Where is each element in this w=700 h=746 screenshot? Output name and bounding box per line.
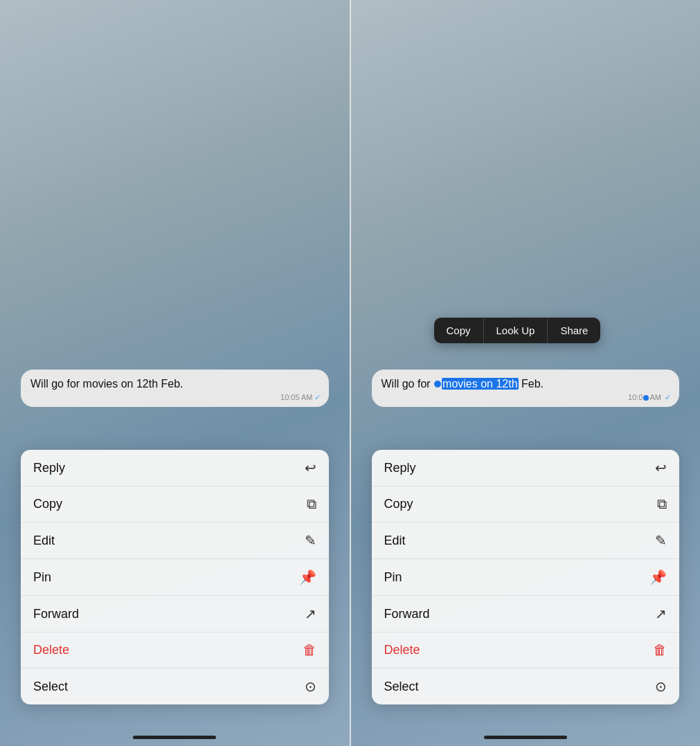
right-copy-label: Copy [384, 497, 413, 511]
text-select-popup: Copy Look Up Share [434, 318, 601, 343]
right-select-icon: ⊙ [655, 678, 667, 695]
left-home-indicator [133, 736, 216, 739]
left-forward-label: Forward [33, 607, 79, 621]
right-menu-forward[interactable]: Forward ↗ [372, 596, 680, 633]
popup-copy-btn[interactable]: Copy [434, 318, 484, 343]
left-menu-copy[interactable]: Copy ⧉ [21, 486, 329, 522]
left-context-menu: Reply ↩ Copy ⧉ Edit ✎ Pin 📌 Forward ↗ De… [21, 450, 329, 704]
right-edit-icon: ✎ [655, 532, 667, 549]
right-menu-edit[interactable]: Edit ✎ [372, 522, 680, 559]
right-reply-label: Reply [384, 461, 416, 475]
left-edit-label: Edit [33, 534, 55, 548]
right-delete-label: Delete [384, 643, 420, 657]
edit-icon: ✎ [305, 532, 316, 549]
right-pin-label: Pin [384, 570, 402, 585]
left-menu-pin[interactable]: Pin 📌 [21, 559, 329, 596]
right-reply-icon: ↩ [655, 460, 667, 476]
right-edit-label: Edit [384, 534, 406, 548]
delete-icon: 🗑 [303, 642, 316, 658]
right-message-time: 10:0AM ✓ [628, 392, 671, 403]
right-message-after: Feb. [519, 378, 544, 390]
right-menu-pin[interactable]: Pin 📌 [372, 559, 680, 596]
select-icon: ⊙ [305, 678, 316, 695]
right-delete-icon: 🗑 [653, 642, 667, 658]
left-menu-reply[interactable]: Reply ↩ [21, 450, 329, 486]
right-home-indicator [484, 736, 567, 739]
left-menu-forward[interactable]: Forward ↗ [21, 596, 329, 633]
left-pin-label: Pin [33, 570, 51, 585]
right-message-highlighted: movies on 12th [442, 378, 519, 390]
right-panel: Copy Look Up Share Will go for movies on… [351, 0, 701, 746]
left-message-text: Will go for movies on 12th Feb. [30, 378, 183, 390]
right-menu-copy[interactable]: Copy ⧉ [372, 486, 680, 522]
right-copy-icon: ⧉ [657, 496, 667, 512]
selection-handle-right [643, 395, 649, 401]
left-menu-delete[interactable]: Delete 🗑 [21, 633, 329, 668]
right-select-label: Select [384, 680, 419, 694]
right-message-bubble[interactable]: Will go for movies on 12th Feb. 10:0AM ✓ [372, 370, 680, 407]
right-menu-delete[interactable]: Delete 🗑 [372, 633, 680, 668]
selection-handle-left [434, 381, 441, 388]
left-reply-label: Reply [33, 461, 65, 475]
left-panel: Will go for movies on 12th Feb. 10:05 AM… [0, 0, 350, 746]
left-message-bubble[interactable]: Will go for movies on 12th Feb. 10:05 AM… [21, 370, 329, 407]
forward-icon: ↗ [305, 606, 316, 622]
left-menu-select[interactable]: Select ⊙ [21, 668, 329, 704]
reply-icon: ↩ [305, 460, 316, 476]
left-menu-edit[interactable]: Edit ✎ [21, 522, 329, 559]
right-menu-select[interactable]: Select ⊙ [372, 668, 680, 704]
copy-icon: ⧉ [307, 496, 316, 512]
left-select-label: Select [33, 680, 68, 694]
popup-share-btn[interactable]: Share [548, 318, 600, 343]
left-copy-label: Copy [33, 497, 62, 511]
pin-icon: 📌 [299, 569, 316, 585]
left-message-time: 10:05 AM✓ [280, 392, 320, 403]
right-context-menu: Reply ↩ Copy ⧉ Edit ✎ Pin 📌 Forward ↗ De… [372, 450, 680, 704]
right-menu-reply[interactable]: Reply ↩ [372, 450, 680, 486]
right-message-before: Will go for [382, 378, 434, 390]
left-delete-label: Delete [33, 643, 69, 657]
right-forward-icon: ↗ [655, 606, 667, 622]
right-pin-icon: 📌 [649, 569, 667, 585]
right-forward-label: Forward [384, 607, 430, 621]
popup-lookup-btn[interactable]: Look Up [484, 318, 548, 343]
